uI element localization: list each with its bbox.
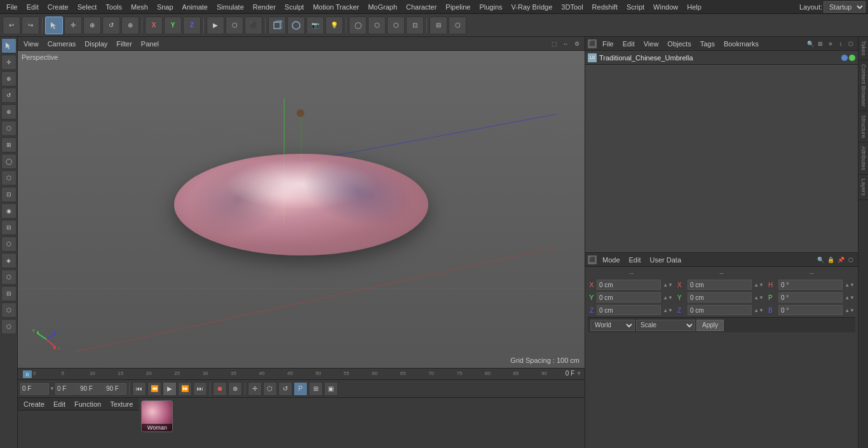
sidebar-tool-boolean[interactable]: ⊞ [1, 137, 17, 153]
cube-button[interactable] [268, 17, 286, 34]
render-region-button[interactable]: ▶ [207, 17, 224, 34]
scale-tool-button[interactable]: ⊕ [83, 17, 101, 34]
coord-z-arrow[interactable]: ▲▼ [662, 308, 674, 313]
rt-menu-view[interactable]: View [641, 39, 662, 49]
menu-sculpt[interactable]: Sculpt [281, 2, 308, 12]
end-frame-input[interactable]: 90 F [78, 383, 104, 395]
sidebar-tool-loop[interactable]: ⬡ [1, 236, 17, 252]
vp-arrow-icon[interactable]: ↔ [560, 39, 571, 49]
sidebar-tool-select[interactable] [1, 38, 17, 53]
attr-menu-mode[interactable]: Mode [599, 255, 623, 265]
menu-help[interactable]: Help [683, 2, 705, 12]
sidebar-tool-shrink[interactable]: ◈ [1, 253, 17, 268]
vp-menu-filter[interactable]: Filter [113, 39, 135, 49]
attr-menu-edit[interactable]: Edit [626, 255, 644, 265]
transform-tool-button[interactable]: ⊕ [121, 17, 139, 34]
sidebar-tool-extra2[interactable]: ⬡ [1, 319, 17, 334]
sphere-button[interactable] [287, 17, 305, 34]
menu-pipeline[interactable]: Pipeline [442, 2, 474, 12]
jump-end-button[interactable]: ⏭ [193, 382, 207, 396]
timeline-btn-3[interactable]: P [294, 382, 308, 396]
menu-plugins[interactable]: Plugins [475, 2, 506, 12]
vp-menu-view[interactable]: View [20, 39, 42, 49]
coord-x-scale[interactable]: 0 cm [688, 280, 752, 290]
vtab-layers[interactable]: Layers [858, 175, 868, 200]
attr-pin-icon[interactable]: 📌 [836, 255, 845, 264]
menu-motiontracker[interactable]: Motion Tracker [309, 2, 363, 12]
edge-button[interactable]: ⬡ [387, 17, 405, 34]
select-tool-button[interactable] [45, 17, 63, 34]
menu-animate[interactable]: Animate [179, 2, 212, 12]
coord-x-arrow[interactable]: ▲▼ [662, 282, 674, 288]
menu-create[interactable]: Create [44, 2, 72, 12]
z-axis-button[interactable]: Z [183, 17, 201, 34]
attr-search-icon[interactable]: 🔍 [816, 255, 825, 264]
polygon-button[interactable]: ⬡ [368, 17, 386, 34]
sidebar-tool-move[interactable]: ✛ [1, 55, 17, 70]
end-frame2-input[interactable]: 90 F [104, 383, 126, 395]
attr-menu-icon[interactable]: ⬡ [846, 255, 855, 264]
render-settings-button[interactable]: ⬛ [245, 17, 262, 34]
object-row[interactable]: L0 Traditional_Chinese_Umbrella [585, 51, 858, 65]
coord-x-scale-arrow[interactable]: ▲▼ [753, 282, 764, 288]
sidebar-tool-rotate[interactable]: ↺ [1, 88, 17, 103]
attr-lock-icon[interactable]: 🔒 [826, 255, 835, 264]
vp-menu-display[interactable]: Display [81, 39, 111, 49]
sidebar-tool-extra1[interactable]: ⬡ [1, 302, 17, 318]
play-button[interactable]: ▶ [163, 382, 177, 396]
jump-start-button[interactable]: ⏮ [132, 382, 146, 396]
vp-maximize-icon[interactable]: ⬚ [549, 39, 559, 49]
y-axis-button[interactable]: Y [164, 17, 182, 34]
rotate-tool-button[interactable]: ↺ [102, 17, 120, 34]
rt-menu-edit[interactable]: Edit [620, 39, 638, 49]
mat-menu-function[interactable]: Function [71, 400, 104, 409]
vtab-takes[interactable]: Takes [858, 37, 868, 60]
menu-window[interactable]: Window [649, 2, 682, 12]
frame-arrow-down[interactable]: ▼ [50, 386, 55, 391]
next-frame-button[interactable]: ⏩ [178, 382, 192, 396]
motion-path-button[interactable]: ✛ [248, 382, 262, 396]
mat-menu-create[interactable]: Create [20, 400, 48, 409]
menu-edit[interactable]: Edit [23, 2, 43, 12]
sidebar-tool-snap[interactable]: ⊟ [1, 286, 17, 301]
render-button[interactable]: ⬡ [226, 17, 243, 34]
rt-menu-file[interactable]: File [599, 39, 617, 49]
menu-script[interactable]: Script [623, 2, 648, 12]
timeline-btn-5[interactable]: ▣ [324, 382, 338, 396]
camera-button[interactable]: 📷 [306, 17, 324, 34]
timeline-btn-4[interactable]: ⊞ [309, 382, 323, 396]
start-frame-input[interactable]: 0 F [55, 383, 78, 395]
menu-render[interactable]: Render [249, 2, 280, 12]
coord-h-val[interactable]: 0 ° [778, 280, 843, 290]
menu-3dtool[interactable]: 3DTool [557, 2, 587, 12]
timeline-btn-1[interactable]: ⬡ [263, 382, 277, 396]
apply-button[interactable]: Apply [696, 320, 724, 331]
rt-menu-tags[interactable]: Tags [697, 39, 718, 49]
object-mode-button[interactable]: ◯ [349, 17, 367, 34]
point-button[interactable]: ⊡ [406, 17, 424, 34]
vp-settings-icon[interactable]: ⚙ [572, 39, 582, 49]
vp-menu-panel[interactable]: Panel [138, 39, 162, 49]
menu-simulate[interactable]: Simulate [213, 2, 248, 12]
rt-menu-bookmarks[interactable]: Bookmarks [721, 39, 762, 49]
objects-sort-icon[interactable]: ≡ [826, 39, 835, 48]
coord-p-val[interactable]: 0 ° [778, 292, 843, 302]
x-axis-button[interactable]: X [145, 17, 163, 34]
coord-b-val[interactable]: 0 ° [778, 305, 843, 315]
rt-menu-objects[interactable]: Objects [664, 39, 694, 49]
coord-z-scale-arrow[interactable]: ▲▼ [753, 308, 764, 313]
sidebar-tool-subdivide[interactable]: ⬡ [1, 121, 17, 136]
coord-z-scale[interactable]: 0 cm [688, 305, 752, 315]
coord-b-arrow[interactable]: ▲▼ [844, 308, 855, 313]
quantize-button[interactable]: ⬡ [449, 17, 466, 34]
menu-mograph[interactable]: MoGraph [364, 2, 401, 12]
scale-select[interactable]: Scale Absolute Scale [636, 320, 695, 331]
mat-menu-edit[interactable]: Edit [50, 400, 69, 409]
mat-menu-texture[interactable]: Texture [107, 400, 136, 409]
sidebar-tool-bridge[interactable]: ⊡ [1, 187, 17, 202]
menu-redshift[interactable]: Redshift [588, 2, 621, 12]
menu-select[interactable]: Select [74, 2, 101, 12]
material-woman[interactable]: Woman [141, 400, 173, 432]
objects-filter-icon[interactable]: ⊞ [816, 39, 825, 48]
objects-menu-icon[interactable]: ⬡ [846, 39, 855, 48]
